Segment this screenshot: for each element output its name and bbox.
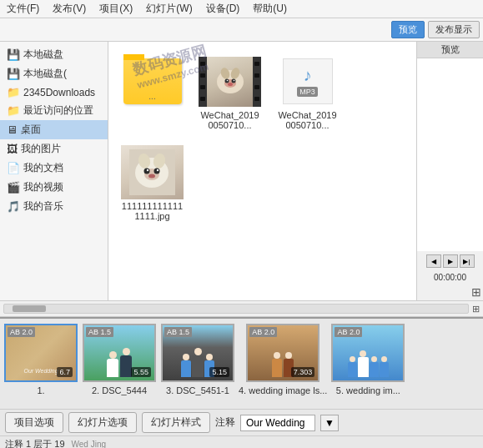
timeline: AB 2.0 Our Wedding 6.7 1. AB 1.5 [0, 317, 483, 409]
project-options-button[interactable]: 项目选项 [5, 412, 63, 433]
preview-content [417, 58, 483, 251]
file-area: ... [108, 42, 416, 300]
play-button[interactable]: ▶ [443, 254, 458, 268]
slide-item-3[interactable]: AB 1.5 [160, 324, 235, 404]
menu-help[interactable]: 帮助(U) [249, 0, 290, 18]
slide-item-5[interactable]: AB 2.0 [330, 324, 405, 404]
menu-publish[interactable]: 发布(V) [49, 0, 89, 18]
svg-point-18 [148, 174, 155, 179]
main-area: 💾 本地磁盘 💾 本地磁盘( 📁 2345Downloads 📁 最近访问的位置… [0, 42, 483, 300]
sidebar-item-downloads[interactable]: 📁 2345Downloads [0, 83, 108, 101]
mp3-thumbnail: ♪ MP3 [283, 58, 333, 104]
publish-button[interactable]: 发布显示 [428, 21, 480, 38]
file-item-photo[interactable]: 1111111111111111.jpg [117, 141, 188, 225]
scroll-area: ⊞ [0, 300, 483, 317]
sidebar-item-local-disk2[interactable]: 💾 本地磁盘( [0, 64, 108, 83]
sidebar-item-recent[interactable]: 📁 最近访问的位置 [0, 101, 108, 120]
preview-button[interactable]: 预览 [391, 21, 425, 38]
expand-btn[interactable]: ⊞ [472, 304, 480, 315]
sidebar-item-music[interactable]: 🎵 我的音乐 [0, 197, 108, 216]
pictures-icon: 🖼 [7, 143, 18, 155]
music-icon: 🎵 [7, 200, 20, 213]
slide-thumb-1: AB 2.0 Our Wedding 6.7 [4, 324, 78, 382]
preview-header: 预览 [417, 42, 483, 58]
slide-item-1[interactable]: AB 2.0 Our Wedding 6.7 1. [3, 324, 78, 404]
svg-point-8 [228, 83, 233, 86]
sidebar-item-local-disk[interactable]: 💾 本地磁盘 [0, 45, 108, 64]
slide-item-4[interactable]: AB 2.0 7.303 4. wedding [239, 324, 327, 404]
slide-thumb-2: AB 1.5 5.55 [83, 324, 156, 382]
menu-slideshow[interactable]: 幻灯片(W) [143, 0, 195, 18]
slide-item-2[interactable]: AB 1.5 5.55 2. DSC_5444 [82, 324, 157, 404]
slide-thumb-5: AB 2.0 [331, 324, 405, 382]
video-thumbnail [199, 57, 261, 107]
dropdown-arrow-icon[interactable]: ▼ [320, 415, 339, 431]
sidebar-item-documents[interactable]: 📄 我的文档 [0, 159, 108, 178]
preview-panel: 预览 ◀ ▶ ▶| 00:00:00 ⊞ [416, 42, 483, 300]
svg-point-6 [226, 79, 228, 81]
slide-style-button[interactable]: 幻灯片样式 [142, 412, 210, 433]
sidebar-item-desktop[interactable]: 🖥 桌面 [0, 120, 108, 139]
svg-point-7 [233, 79, 234, 81]
photo-thumbnail [121, 145, 184, 199]
h-scrollbar-thumb [13, 305, 46, 312]
time-display: 00:00:00 [417, 271, 483, 284]
dog-svg [214, 65, 247, 98]
file-item-mp3[interactable]: ♪ MP3 WeChat_20190050710... [272, 50, 343, 134]
preview-controls: ◀ ▶ ▶| [417, 251, 483, 271]
svg-point-16 [147, 169, 148, 171]
music-note-icon: ♪ [304, 66, 312, 85]
slide-options-button[interactable]: 幻灯片选项 [68, 412, 137, 433]
svg-point-15 [154, 169, 160, 174]
bottom-bar: 项目选项 幻灯片选项 幻灯片样式 注释 ▼ [0, 409, 483, 435]
recent-icon: 📁 [7, 104, 20, 117]
svg-point-17 [157, 169, 158, 171]
menu-project[interactable]: 项目(X) [96, 0, 136, 18]
menu-device[interactable]: 设备(D) [203, 0, 244, 18]
note-label: 注释 [215, 415, 235, 430]
desktop-icon: 🖥 [7, 123, 18, 136]
next-button[interactable]: ▶| [460, 254, 475, 268]
note-input[interactable] [240, 415, 315, 431]
wed-jing-label: Wed Jing [72, 440, 107, 448]
sidebar: 💾 本地磁盘 💾 本地磁盘( 📁 2345Downloads 📁 最近访问的位置… [0, 42, 108, 300]
status-bar: 注释 1 层于 19 Wed Jing [0, 435, 483, 448]
status-layer: 注释 1 层于 19 [5, 438, 65, 448]
drive-icon2: 💾 [7, 68, 20, 80]
videos-icon: 🎬 [7, 181, 20, 194]
slide-thumb-4: AB 2.0 7.303 [246, 324, 319, 382]
prev-button[interactable]: ◀ [426, 254, 441, 268]
file-item-video[interactable]: WeChat_20190050710... [194, 50, 265, 134]
h-scrollbar[interactable] [3, 304, 469, 314]
toolbar: 预览 发布显示 [0, 18, 483, 42]
dog-photo-svg [129, 149, 175, 195]
folder-thumbnail: ... [123, 58, 182, 104]
slide-thumb-3: AB 1.5 [161, 324, 234, 382]
drive-icon: 💾 [7, 48, 20, 61]
menu-bar: 文件(F) 发布(V) 项目(X) 幻灯片(W) 设备(D) 帮助(U) [0, 0, 483, 18]
file-item-folder[interactable]: ... [117, 50, 188, 134]
expand-icon[interactable]: ⊞ [471, 285, 481, 299]
documents-icon: 📄 [7, 162, 20, 174]
svg-point-14 [144, 169, 150, 174]
sidebar-item-videos[interactable]: 🎬 我的视频 [0, 178, 108, 197]
menu-file[interactable]: 文件(F) [3, 0, 43, 18]
sidebar-item-pictures[interactable]: 🖼 我的图片 [0, 139, 108, 159]
folder-icon: 📁 [7, 86, 20, 98]
